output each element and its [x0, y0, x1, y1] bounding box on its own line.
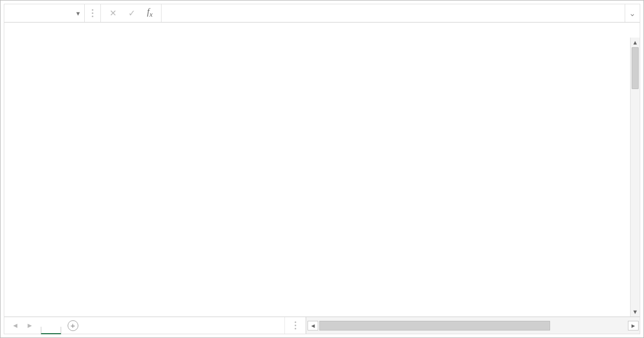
scroll-down-icon[interactable]: ▼ — [631, 307, 640, 317]
cancel-icon[interactable]: ✕ — [109, 8, 116, 18]
enter-icon[interactable]: ✓ — [128, 8, 135, 18]
hscroll-thumb[interactable] — [319, 321, 550, 330]
vscroll-track[interactable] — [631, 47, 640, 307]
scroll-left-icon[interactable]: ◄ — [308, 321, 318, 330]
tab-splitter[interactable] — [284, 317, 306, 334]
vscroll-thumb[interactable] — [632, 47, 639, 89]
formula-bar: ▼ ✕ ✓ fx ⌄ — [4, 4, 640, 23]
fx-icon[interactable]: fx — [147, 7, 152, 19]
vertical-scrollbar[interactable]: ▲ ▼ — [630, 38, 640, 317]
formula-bar-splitter[interactable] — [85, 4, 101, 22]
scroll-right-icon[interactable]: ► — [628, 321, 639, 330]
tab-nav: ◄ ► — [4, 317, 41, 334]
name-box[interactable]: ▼ — [4, 4, 85, 22]
sheet-tab[interactable] — [41, 327, 61, 334]
formula-bar-expand-icon[interactable]: ⌄ — [625, 4, 640, 22]
scroll-up-icon[interactable]: ▲ — [631, 38, 640, 47]
tab-next-icon[interactable]: ► — [26, 321, 33, 329]
spreadsheet-area: ▲ ▼ — [4, 23, 640, 317]
plus-icon: + — [68, 320, 78, 331]
new-sheet-button[interactable]: + — [61, 317, 85, 334]
sheet-tab-bar: ◄ ► + ◄ ► — [4, 317, 640, 334]
formula-bar-buttons: ✕ ✓ fx — [101, 4, 162, 22]
horizontal-scrollbar[interactable]: ◄ ► — [306, 317, 640, 334]
name-box-dropdown-icon[interactable]: ▼ — [75, 10, 81, 17]
tab-prev-icon[interactable]: ◄ — [12, 321, 19, 329]
formula-input[interactable] — [162, 4, 625, 22]
hscroll-track[interactable] — [319, 321, 627, 330]
